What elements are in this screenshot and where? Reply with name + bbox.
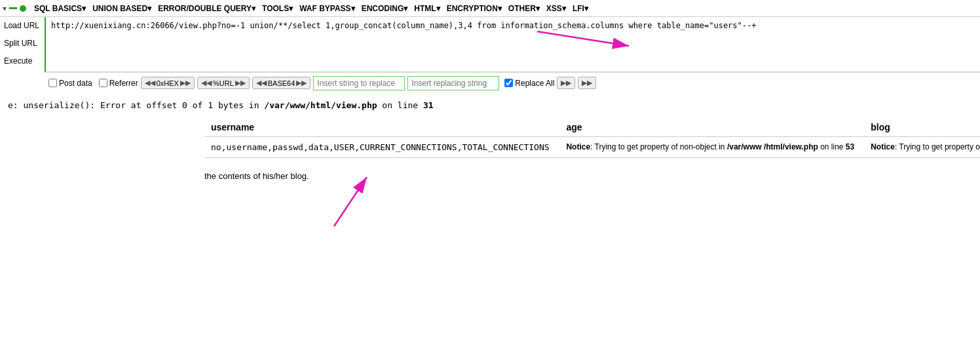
arrow-right-icon: ▶▶ (180, 79, 191, 87)
post-data-label[interactable]: Post data (48, 79, 92, 88)
error-prefix: e: unserialize(): Error at offset 0 of 1… (8, 100, 264, 110)
menu-bar-icons: ▾ (3, 4, 26, 13)
oxhex-btn[interactable]: ◀◀ 0xHEX ▶▶ (141, 77, 195, 89)
double-arrow-icon: ▶▶ (561, 79, 571, 87)
menu-encoding[interactable]: ENCODING▾ (359, 3, 411, 14)
blog-notice: Notice: Trying to get property of non-ob… (871, 142, 980, 151)
insert-string-input[interactable] (313, 76, 405, 90)
table-row: no,username,passwd,data,USER,CURRENT_CON… (204, 137, 980, 158)
cell-age: Notice: Trying to get property of non-ob… (559, 137, 864, 158)
error-line-text: on line (377, 100, 423, 110)
menu-sql-basics[interactable]: SQL BASICS▾ (31, 3, 88, 14)
cell-username: no,username,passwd,data,USER,CURRENT_CON… (204, 137, 559, 158)
green-circle-icon (20, 5, 26, 12)
menu-error-double[interactable]: ERROR/DOUBLE QUERY▾ (155, 3, 258, 14)
error-line: e: unserialize(): Error at offset 0 of 1… (8, 100, 972, 110)
percent-url-btn[interactable]: ◀◀ %URL ▶▶ (197, 77, 250, 89)
menu-encryption[interactable]: ENCRYPTION▾ (444, 3, 504, 14)
menu-waf-bypass[interactable]: WAF BYPASS▾ (297, 3, 357, 14)
bottom-text: the contents of his/her blog. (204, 171, 972, 181)
replace-all-label[interactable]: Replace All (504, 79, 554, 88)
base64-btn[interactable]: ◀◀ BASE64 ▶▶ (252, 77, 311, 89)
insert-replacing-input[interactable] (407, 76, 499, 90)
col-username: username (204, 118, 559, 137)
url-area (45, 17, 980, 72)
menu-tools[interactable]: TOOLS▾ (259, 3, 295, 14)
content-area: e: unserialize(): Error at offset 0 of 1… (0, 94, 980, 337)
load-url-button[interactable]: Load URL (0, 17, 45, 35)
col-blog: blog (864, 118, 980, 137)
replace-arrow2-btn[interactable]: ▶▶ (578, 77, 596, 89)
referrer-checkbox[interactable] (99, 79, 107, 87)
toolbar: Post data Referrer ◀◀ 0xHEX ▶▶ ◀◀ %URL ▶… (45, 72, 980, 93)
menu-html[interactable]: HTML▾ (411, 3, 442, 14)
error-path: /var/www/html/view.php (264, 100, 377, 110)
menu-other[interactable]: OTHER▾ (506, 3, 542, 14)
arrow-right2-icon: ▶▶ (235, 79, 246, 87)
dropdown-arrow-icon[interactable]: ▾ (3, 4, 7, 13)
menu-xss[interactable]: XSS▾ (544, 3, 569, 14)
menu-lfi[interactable]: LFI▾ (570, 3, 591, 14)
result-table: username age blog no,username,passwd,dat… (204, 118, 980, 158)
arrow-left3-icon: ◀◀ (256, 79, 267, 87)
green-minus-icon (9, 7, 17, 9)
menu-bar: ▾ SQL BASICS▾ UNION BASED▾ ERROR/DOUBLE … (0, 0, 980, 17)
side-panel: Load URL Split URL Execute (0, 17, 45, 71)
arrow-left2-icon: ◀◀ (201, 79, 212, 87)
split-url-button[interactable]: Split URL (0, 35, 45, 52)
replace-arrow-btn[interactable]: ▶▶ (557, 77, 575, 89)
arrow-right3-icon: ▶▶ (296, 79, 307, 87)
col-age: age (559, 118, 864, 137)
referrer-label[interactable]: Referrer (99, 79, 138, 88)
execute-button[interactable]: Execute (0, 52, 45, 70)
age-notice: Notice: Trying to get property of non-ob… (566, 142, 857, 151)
double-arrow2-icon: ▶▶ (582, 79, 592, 87)
menu-union-based[interactable]: UNION BASED▾ (90, 3, 154, 14)
post-data-checkbox[interactable] (48, 79, 57, 87)
error-line-num: 31 (423, 100, 434, 110)
replace-all-checkbox[interactable] (504, 79, 513, 87)
url-input[interactable] (46, 17, 980, 51)
cell-blog: Notice: Trying to get property of non-ob… (864, 137, 980, 158)
arrow-left-icon: ◀◀ (145, 79, 155, 87)
